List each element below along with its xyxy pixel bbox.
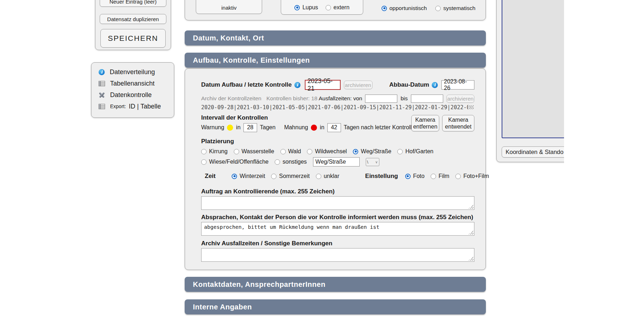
einstellung-radio-film[interactable] bbox=[431, 174, 436, 179]
extern-label[interactable]: extern bbox=[333, 4, 349, 11]
in-label-1: in bbox=[236, 124, 240, 131]
map-placeholder[interactable] bbox=[502, 0, 564, 138]
extern-radio[interactable] bbox=[326, 5, 331, 10]
placement-radio-wasserstelle[interactable] bbox=[234, 149, 239, 154]
einstellung-radio-foto[interactable] bbox=[405, 174, 411, 179]
chevron-down-icon: ∨ bbox=[375, 160, 378, 164]
zeit-option-label[interactable]: Sommerzeit bbox=[279, 173, 309, 179]
export-prefix: Export: bbox=[110, 103, 126, 109]
placement-label[interactable]: Weg/Straße bbox=[361, 148, 391, 155]
new-entry-button[interactable]: Neuer Eintrag (leer) bbox=[100, 0, 166, 7]
mode-radio-group: opportunistisch systematisch bbox=[382, 4, 475, 13]
lupus-label[interactable]: Lupus bbox=[302, 4, 318, 11]
placement-radio-hof-garten[interactable] bbox=[397, 149, 403, 154]
archive-link[interactable]: Archiv der Kontrollzeiten bbox=[201, 95, 261, 102]
placement-label[interactable]: sonstiges bbox=[283, 159, 307, 165]
tagen-label-1: Tagen bbox=[260, 124, 276, 131]
zeit-radio-sommerzeit[interactable] bbox=[271, 174, 276, 179]
placement-label[interactable]: Wiese/Feld/Offenfläche bbox=[209, 159, 269, 165]
setup-info-icon[interactable]: i bbox=[294, 82, 300, 88]
save-button[interactable]: SPEICHERN bbox=[100, 29, 166, 48]
einstellung-option-label[interactable]: Film bbox=[439, 173, 449, 179]
zeit-radio-unklar[interactable] bbox=[316, 174, 321, 179]
duplicate-record-button[interactable]: Datensatz duplizieren bbox=[100, 14, 166, 24]
warning-label: Warnung bbox=[201, 124, 224, 131]
placement-label[interactable]: Kirrung bbox=[209, 148, 228, 155]
aufbau-panel: Datum Aufbau / letzte Kontrolle i 2023-0… bbox=[185, 68, 486, 270]
placement-radio-wald[interactable] bbox=[280, 149, 286, 154]
textarea-auftrag[interactable] bbox=[201, 196, 474, 210]
teardown-info-icon[interactable]: i bbox=[432, 82, 438, 88]
archive-downtime-button[interactable]: archivieren bbox=[446, 95, 474, 103]
placement-row2: Wiese/Feld/Offenfläche sonstiges Weg/Str… bbox=[201, 157, 379, 167]
resize-grip-icon[interactable] bbox=[468, 231, 473, 235]
menu-item-export[interactable]: Export: ID | Tabelle bbox=[91, 101, 174, 112]
placement-text-input[interactable]: Weg/Straße bbox=[313, 157, 360, 167]
textarea-absprachen[interactable]: abgesprochen, bittet um Rückmeldung wenn… bbox=[201, 222, 474, 236]
menu-item-datenverteilung[interactable]: i Datenverteilung bbox=[91, 66, 174, 78]
setup-date-input[interactable]: 2023-05-21 bbox=[305, 80, 341, 90]
placement-radio-sonstiges[interactable] bbox=[275, 159, 280, 165]
controls-count: Kontrollen bisher: 18 bbox=[266, 95, 317, 102]
dates-resize-grip[interactable] bbox=[469, 105, 474, 109]
section-header-datum[interactable]: Datum, Kontakt, Ort bbox=[185, 30, 486, 45]
setup-date-row: Datum Aufbau / letzte Kontrolle i 2023-0… bbox=[201, 79, 474, 90]
menu-item-datenkontrolle[interactable]: Datenkontrolle bbox=[91, 89, 174, 101]
section-header-kontaktdaten[interactable]: Kontaktdaten, AnsprechpartnerInnen bbox=[185, 277, 486, 292]
placement-label[interactable]: Wildwechsel bbox=[315, 148, 347, 155]
placement-label[interactable]: Wald bbox=[288, 148, 301, 155]
warning-dot bbox=[227, 125, 233, 131]
control-dates-list: 2020-09-28|2021-03-10|2021-05-05|2021-07… bbox=[201, 104, 468, 111]
lupus-radio[interactable] bbox=[294, 5, 300, 10]
zeit-radio-winterzeit[interactable] bbox=[232, 174, 237, 179]
warning-days-input[interactable]: 28 bbox=[243, 123, 257, 132]
interval-suffix: Tagen nach letzter Kontrolle. bbox=[344, 124, 417, 131]
placement-dropdown[interactable]: \ ∨ bbox=[366, 158, 379, 166]
export-targets[interactable]: ID | Tabelle bbox=[129, 103, 161, 110]
placement-radio-wildwechsel[interactable] bbox=[307, 149, 312, 154]
reminder-label: Mahnung bbox=[284, 124, 308, 131]
menu-item-tabellenansicht[interactable]: Tabellenansicht bbox=[91, 78, 174, 89]
menu-label: Datenkontrolle bbox=[110, 91, 152, 99]
placement-radio-kirrung[interactable] bbox=[201, 149, 207, 154]
textarea2-label: Absprachen, Kontakt der Person die vor K… bbox=[201, 213, 473, 221]
textarea-archiv-bemerkungen[interactable] bbox=[201, 248, 474, 262]
tools-menu: i Datenverteilung Tabellenansicht Datenk… bbox=[91, 62, 174, 118]
einstellung-option-label[interactable]: Foto bbox=[413, 173, 425, 179]
camera-stolen-button[interactable]: Kamera entwendet bbox=[442, 115, 474, 131]
placement-radio-weg-strasse[interactable] bbox=[353, 149, 358, 154]
systematic-label[interactable]: systematisch bbox=[443, 5, 475, 11]
einstellung-option-label[interactable]: Foto+Film bbox=[463, 173, 489, 179]
setup-date-label: Datum Aufbau / letzte Kontrolle bbox=[201, 81, 292, 88]
textarea3-label: Archiv Ausfallzeiten / Sonstige Bemerkun… bbox=[201, 240, 332, 247]
source-radio-group: Lupus extern bbox=[281, 0, 363, 15]
opportunistic-label[interactable]: opportunistisch bbox=[389, 5, 427, 11]
einstellung-label: Einstellung bbox=[365, 173, 398, 180]
textarea1-label: Auftrag an Kontrollierende (max. 255 Zei… bbox=[201, 188, 335, 196]
camera-remove-button[interactable]: Kamera entfernen bbox=[411, 115, 439, 131]
downtime-to-input[interactable] bbox=[411, 95, 443, 103]
reminder-days-input[interactable]: 42 bbox=[327, 123, 341, 132]
zeit-option-label[interactable]: unklar bbox=[324, 173, 340, 179]
zeit-option-label[interactable]: Winterzeit bbox=[240, 173, 265, 179]
camera-stolen-line1: Kamera bbox=[448, 116, 468, 123]
teardown-date-label: Abbau-Datum bbox=[389, 81, 429, 88]
section-header-intern[interactable]: Interne Angaben bbox=[185, 299, 486, 314]
coordinates-button[interactable]: Koordinaten & Stando bbox=[502, 146, 564, 158]
systematic-radio[interactable] bbox=[435, 6, 441, 11]
table-icon bbox=[99, 104, 105, 109]
interval-title: Intervall der Kontrollen bbox=[201, 114, 268, 122]
opportunistic-radio[interactable] bbox=[382, 6, 387, 11]
einstellung-radio-foto-film[interactable] bbox=[455, 174, 461, 179]
archive-button[interactable]: archivieren bbox=[344, 81, 373, 89]
resize-grip-icon[interactable] bbox=[468, 205, 473, 209]
section-header-aufbau[interactable]: Aufbau, Kontrolle, Einstellungen bbox=[185, 53, 486, 68]
map-panel: Koordinaten & Stando bbox=[496, 0, 564, 162]
placement-label[interactable]: Wasserstelle bbox=[242, 148, 274, 155]
placement-label[interactable]: Hof/Garten bbox=[405, 148, 433, 155]
resize-grip-icon[interactable] bbox=[468, 257, 473, 261]
inactive-button[interactable]: inaktiv bbox=[196, 0, 262, 14]
teardown-date-input[interactable]: 2023-08-26 bbox=[441, 80, 474, 90]
placement-radio-wiese[interactable] bbox=[201, 159, 207, 165]
downtime-from-input[interactable] bbox=[365, 95, 397, 103]
